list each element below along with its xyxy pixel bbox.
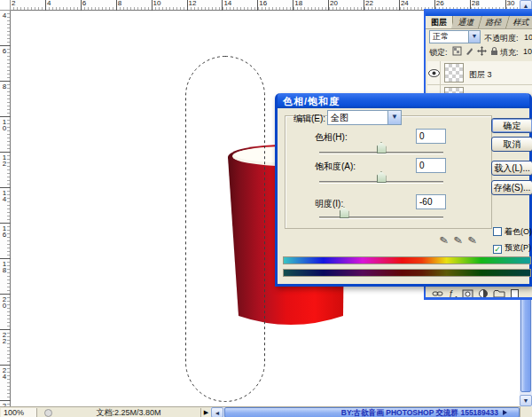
layer-style-icon[interactable]: f [449, 287, 458, 297]
eyedropper-icon[interactable]: ✎ [439, 233, 450, 250]
colorize-checkbox-row[interactable]: 着色(O) [493, 226, 532, 238]
tab-通道[interactable]: 通道 [451, 16, 482, 28]
ruler-tick [222, 0, 223, 11]
ruler-number: 14 [1, 190, 8, 202]
dialog-button-save[interactable]: 存储(S)... [491, 180, 532, 195]
ruler-tick [0, 116, 11, 117]
ruler-number: 24 [401, 0, 409, 7]
edit-label: 编辑(E): [293, 113, 325, 125]
ruler-number: 8 [1, 83, 8, 90]
preview-checkbox-row[interactable]: ✓预览(P) [493, 242, 531, 254]
zoom-level-field[interactable]: 100% [1, 408, 37, 417]
ruler-number: 2 [12, 0, 15, 7]
layer-mask-icon[interactable] [462, 287, 473, 297]
scroll-left-button[interactable]: ◄ [211, 407, 223, 417]
selection-marquee [182, 53, 270, 405]
layers-panel-titlebar[interactable] [426, 9, 532, 16]
ruler-tick [116, 0, 117, 11]
dialog-button-cancel[interactable]: 取消 [491, 137, 532, 152]
eyedropper-plus-icon[interactable]: ✎ [453, 233, 464, 250]
visibility-eye-icon[interactable] [427, 61, 441, 85]
chevron-down-icon: ▼ [468, 31, 480, 43]
hue-spectrum-bar-original [283, 256, 531, 264]
ruler-number: 22 [365, 0, 373, 7]
preview-checkbox[interactable]: ✓ [493, 245, 502, 254]
layer-name[interactable]: 图层 3 [469, 69, 492, 81]
link-layers-icon[interactable] [432, 287, 444, 297]
tab-样式[interactable]: 样式 [506, 16, 532, 28]
slider-label: 饱和度(A): [315, 161, 356, 173]
document-size-info: 文档:2.25M/3.80M [59, 408, 199, 417]
layer-thumbnail[interactable] [444, 63, 464, 83]
ruler-tick [187, 0, 188, 11]
opacity-value[interactable]: 100 [524, 33, 532, 42]
scroll-down-button[interactable]: ▼ [520, 395, 532, 406]
ruler-number: 20 [330, 0, 338, 7]
window-resize-corner[interactable] [520, 406, 532, 417]
lock-move-icon[interactable] [477, 46, 487, 56]
ruler-number: 28 [472, 0, 480, 7]
lock-paint-icon[interactable] [465, 46, 474, 56]
horizontal-scrollbar[interactable]: ◄ BY:古欲音画 PHOTOSHOP 交流群 155189433 [211, 407, 520, 417]
layers-panel-footer: f [427, 285, 532, 297]
lock-row: 锁定: 填充: 100 [426, 44, 532, 59]
ruler-tick [328, 0, 329, 11]
ruler-tick [0, 258, 11, 259]
blend-mode-select[interactable]: 正常 ▼ [429, 30, 481, 43]
ruler-corner [0, 0, 11, 11]
ruler-tick [0, 223, 11, 224]
photoshop-window: 24681012141618202224262830 4681012141618… [0, 0, 532, 417]
ruler-number: 4 [1, 12, 8, 19]
slider-track[interactable] [319, 216, 443, 219]
chevron-down-icon: ▼ [387, 111, 401, 124]
ruler-number: 4 [47, 0, 51, 7]
ruler-number: 14 [223, 0, 231, 7]
svg-text:f: f [450, 289, 453, 299]
slider-label: 色相(H): [315, 131, 348, 144]
lock-transparency-icon[interactable] [452, 46, 462, 56]
fill-label: 填充: [500, 47, 519, 59]
dialog-button-load[interactable]: 载入(L)... [491, 161, 532, 176]
ruler-number: 8 [118, 0, 121, 7]
watermark-text: BY:古欲音画 PHOTOSHOP 交流群 155189433 [341, 408, 498, 417]
opacity-label: 不透明度: [484, 33, 519, 44]
new-layer-icon[interactable] [510, 287, 520, 297]
status-bar: 100% 文档:2.25M/3.80M ▶ ◄ BY:古欲音画 PHOTOSHO… [0, 406, 532, 417]
ruler-tick [0, 152, 11, 153]
layer-row[interactable]: 图层 3 [427, 61, 532, 85]
ruler-number: 10 [153, 0, 161, 7]
ruler-tick [0, 294, 11, 295]
layers-panel-tabs: 图层通道路径样式色 [426, 16, 532, 29]
edit-dropdown-value: 全图 [331, 113, 348, 122]
ruler-number: 6 [82, 0, 86, 7]
slider-value-input[interactable]: 0 [416, 129, 446, 144]
tab-图层[interactable]: 图层 [426, 16, 453, 28]
fill-value[interactable]: 100 [523, 47, 532, 56]
ruler-tick [257, 0, 258, 11]
slider-value-input[interactable]: -60 [416, 194, 446, 209]
ruler-tick [0, 400, 11, 401]
watermark-arrow-icon [503, 410, 507, 415]
ruler-number: 16 [259, 0, 267, 7]
vertical-scroll-thumb[interactable] [520, 298, 531, 392]
dialog-titlebar[interactable]: 色相/饱和度 [278, 93, 529, 108]
ruler-tick [0, 365, 11, 366]
dialog-title: 色相/饱和度 [283, 96, 340, 106]
colorize-label: 着色(O) [505, 227, 532, 236]
colorize-checkbox[interactable] [493, 227, 502, 236]
lock-all-icon[interactable] [489, 46, 499, 56]
slider-value-input[interactable]: 0 [416, 158, 446, 173]
eyedropper-minus-icon[interactable]: ✎ [467, 233, 478, 250]
dialog-button-ok[interactable]: 确定 [491, 118, 532, 133]
tab-路径[interactable]: 路径 [479, 16, 510, 28]
new-group-icon[interactable] [493, 287, 505, 297]
adjustment-layer-icon[interactable] [478, 287, 489, 297]
ruler-tick [0, 187, 11, 188]
edit-dropdown[interactable]: 全图 ▼ [327, 110, 402, 125]
ruler-vertical: 468101214161820222426 [0, 11, 11, 406]
status-icon [44, 409, 52, 417]
ruler-number: 24 [1, 367, 8, 380]
ruler-tick [45, 0, 46, 11]
blend-mode-row: 正常 ▼ 不透明度: 100 [426, 29, 532, 44]
status-menu-arrow[interactable]: ▶ [200, 408, 211, 417]
